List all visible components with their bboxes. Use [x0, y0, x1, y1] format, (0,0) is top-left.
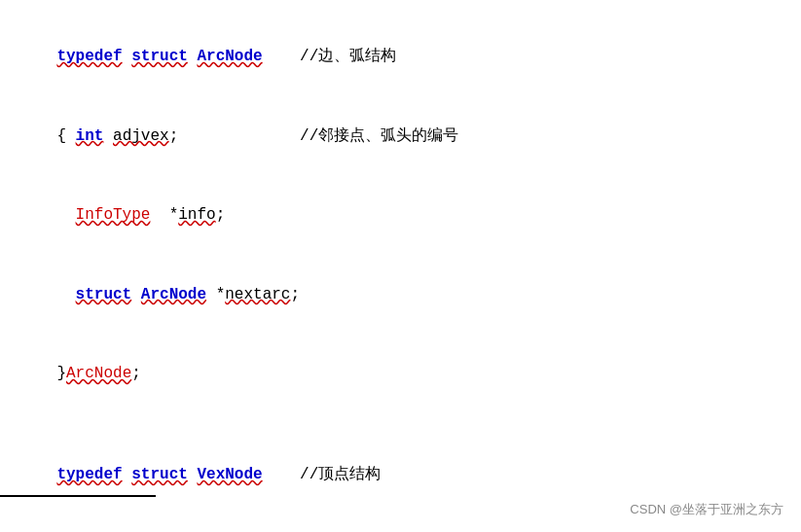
var-info: info [178, 206, 215, 224]
var-adjvex: adjvex [113, 127, 169, 145]
comment-1: //边、弧结构 [300, 48, 396, 65]
keyword-int-1: int [76, 127, 104, 145]
keyword-struct-3: struct [131, 466, 188, 483]
blank-line-1 [19, 414, 782, 436]
struct-name-arcnode-2: ArcNode [141, 286, 206, 303]
comment-2: //邻接点、弧头的编号 [300, 127, 458, 145]
keyword-struct-1: struct [131, 48, 188, 65]
watermark: CSDN @坐落于亚洲之东方 [630, 501, 783, 518]
code-line-4: struct ArcNode *nextarc; [19, 256, 782, 336]
code-line-5: }ArcNode; [19, 335, 782, 414]
code-line-3: InfoType *info; [19, 176, 782, 256]
code-line-1: typedef struct ArcNode //边、弧结构 [19, 18, 782, 97]
keyword-typedef-2: typedef [56, 466, 122, 483]
code-line-2: { int adjvex; //邻接点、弧头的编号 [19, 97, 782, 177]
bottom-line [0, 495, 156, 497]
type-infotype: InfoType [76, 206, 151, 224]
struct-name-vexnode: VexNode [197, 466, 262, 483]
keyword-struct-2: struct [76, 286, 132, 303]
keyword-typedef-1: typedef [56, 48, 122, 65]
var-nextarc: nextarc [225, 286, 290, 303]
code-container: typedef struct ArcNode //边、弧结构 { int adj… [0, 0, 801, 532]
comment-3: //顶点结构 [300, 466, 381, 483]
struct-name-arcnode: ArcNode [197, 48, 262, 65]
typedef-arcnode: ArcNode [66, 365, 131, 382]
